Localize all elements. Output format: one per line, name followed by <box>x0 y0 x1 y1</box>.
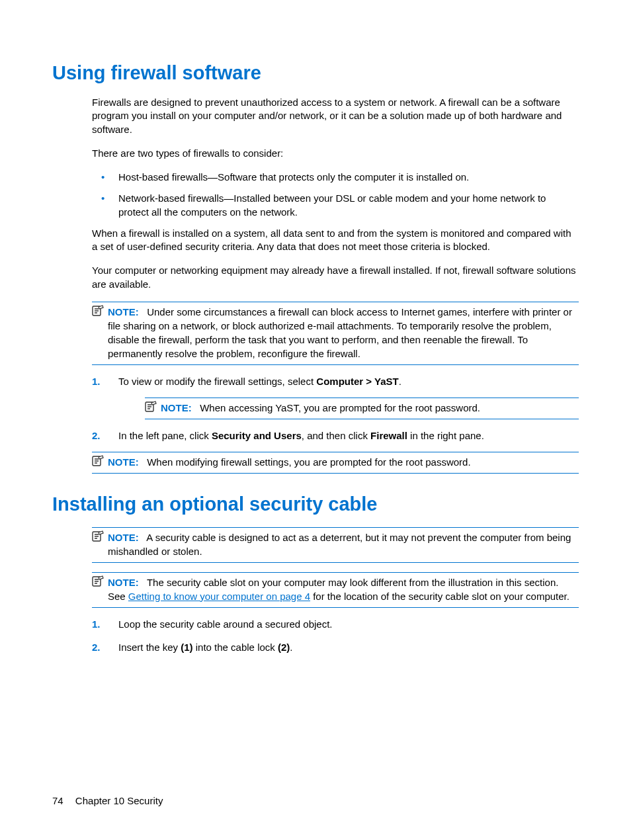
firewall-types-list: Host-based firewalls—Software that prote… <box>92 171 579 219</box>
step-text-bold: (2) <box>278 642 290 653</box>
note-icon <box>145 401 157 413</box>
note-text: When accessing YaST, you are prompted fo… <box>200 402 480 413</box>
note-callout: NOTE: The security cable slot on your co… <box>92 572 579 608</box>
step-text: In the left pane, click <box>118 430 212 441</box>
step-item: 1. Loop the security cable around a secu… <box>92 617 579 631</box>
note-text: for the location of the security cable s… <box>310 591 569 602</box>
chapter-label: Chapter 10 Security <box>75 795 163 806</box>
note-label: NOTE: <box>108 532 139 543</box>
note-text: When modifying firewall settings, you ar… <box>147 456 470 468</box>
note-callout: NOTE: A security cable is designed to ac… <box>92 527 579 563</box>
note-text: Under some circumstances a firewall can … <box>108 306 572 359</box>
note-icon <box>92 575 104 587</box>
paragraph: Firewalls are designed to prevent unauth… <box>92 96 579 136</box>
step-number: 1. <box>92 374 101 388</box>
step-number: 1. <box>92 617 101 631</box>
section-heading-security-cable: Installing an optional security cable <box>52 493 579 515</box>
step-text-bold: (1) <box>181 642 192 653</box>
note-callout: NOTE: When modifying firewall settings, … <box>92 452 579 474</box>
note-label: NOTE: <box>108 577 139 588</box>
paragraph: Your computer or networking equipment ma… <box>92 264 579 291</box>
paragraph: There are two types of firewalls to cons… <box>92 147 579 160</box>
step-text: Insert the key <box>118 642 181 653</box>
note-label: NOTE: <box>161 402 192 413</box>
step-text: in the right pane. <box>407 430 484 441</box>
step-item: 2. Insert the key (1) into the cable loc… <box>92 640 579 654</box>
step-text: To view or modify the firewall settings,… <box>118 376 316 387</box>
note-label: NOTE: <box>108 306 139 317</box>
step-text: Loop the security cable around a secured… <box>118 618 333 630</box>
note-icon <box>92 455 104 467</box>
cross-reference-link[interactable]: Getting to know your computer on page 4 <box>128 591 310 602</box>
step-text-bold: Security and Users <box>212 430 302 441</box>
note-icon <box>92 530 104 542</box>
step-number: 2. <box>92 429 101 442</box>
section-heading-firewall: Using firewall software <box>52 62 579 84</box>
paragraph: When a firewall is installed on a system… <box>92 227 579 254</box>
note-label: NOTE: <box>108 456 139 468</box>
page-number: 74 <box>52 795 63 806</box>
note-text: A security cable is designed to act as a… <box>108 532 571 557</box>
step-text: into the cable lock <box>193 642 278 653</box>
page-footer: 74 Chapter 10 Security <box>52 795 163 806</box>
note-callout: NOTE: Under some circumstances a firewal… <box>92 302 579 365</box>
step-text-bold: Computer > YaST <box>316 376 398 387</box>
list-item: Host-based firewalls—Software that prote… <box>92 171 579 184</box>
note-icon <box>92 305 104 317</box>
step-text-bold: Firewall <box>370 430 407 441</box>
note-callout: NOTE: When accessing YaST, you are promp… <box>145 398 579 419</box>
step-text: . <box>290 642 292 653</box>
step-text: , and then click <box>302 430 370 441</box>
step-text: . <box>399 376 401 387</box>
step-item: 1. To view or modify the firewall settin… <box>92 374 579 419</box>
cable-steps-list: 1. Loop the security cable around a secu… <box>92 617 579 654</box>
step-item: 2. In the left pane, click Security and … <box>92 429 579 442</box>
step-number: 2. <box>92 640 101 654</box>
firewall-steps-list: 1. To view or modify the firewall settin… <box>92 374 579 442</box>
list-item: Network-based firewalls—Installed betwee… <box>92 192 579 219</box>
